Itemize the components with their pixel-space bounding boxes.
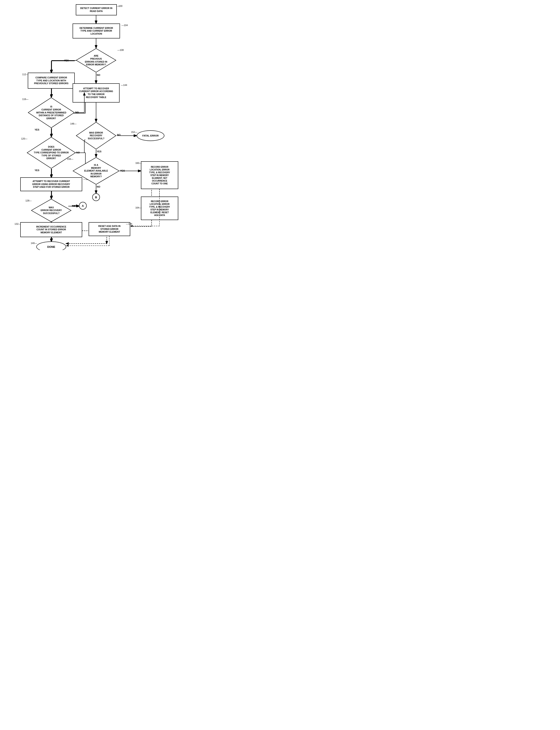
ref-164: 164— bbox=[135, 206, 142, 209]
node-116: ISCURRENT ERRORWITHIN A PREDETERMINEDDIS… bbox=[28, 97, 75, 128]
node-144: ATTEMPT TO RECOVERCURRENT ERROR ACCORDIN… bbox=[73, 83, 120, 102]
connector-a: A bbox=[79, 202, 87, 209]
ref-160: 160— bbox=[135, 162, 142, 164]
connector-b: B bbox=[92, 193, 100, 201]
label-116-no: NO bbox=[75, 111, 79, 114]
label-120-yes: YES bbox=[35, 169, 39, 171]
node-108: AREPREVIOUSERRORS STORED INERROR MEMORY? bbox=[76, 48, 116, 73]
node-160: RECORD ERRORLOCATION, ERRORTYPE, & RECOV… bbox=[141, 161, 178, 189]
ref-136: —136 bbox=[126, 223, 132, 225]
ref-144: —144 bbox=[121, 84, 127, 86]
flowchart: DETECT CURRENT ERROR IN READ DATA 100 — … bbox=[0, 0, 192, 250]
node-128: WASERROR RECOVERYSUCCESSFUL? bbox=[31, 199, 72, 222]
node-100: DETECT CURRENT ERROR IN READ DATA bbox=[76, 4, 117, 15]
ref-140: 140— bbox=[31, 242, 37, 244]
node-164: RECORD ERRORLOCATION, ERRORTYPE, & RECOV… bbox=[141, 196, 178, 220]
ref-132: 132— bbox=[15, 223, 21, 225]
ref-152: 152— bbox=[131, 131, 137, 133]
ref-108: —108 bbox=[117, 49, 124, 51]
node-156: IS AMEMORYELEMENT AVAILABLEIN ERRORMEMOR… bbox=[73, 157, 120, 185]
label-116-yes: YES bbox=[35, 128, 39, 131]
node-136: RESET AGE DATA INSTORED ERRORMEMORY ELEM… bbox=[89, 222, 130, 236]
label-156-yes: YES bbox=[120, 169, 125, 172]
label-156-no: NO bbox=[97, 185, 100, 188]
ref-116: 116— bbox=[22, 98, 28, 100]
node-112: COMPARE CURRENT ERRORTYPE AND LOCATION W… bbox=[28, 73, 75, 89]
ref-104: —104 bbox=[121, 24, 128, 26]
ref-128: 128— bbox=[25, 199, 32, 202]
node-120: DOESCURRENT ERRORTYPE CORRESPOND TO ERRO… bbox=[27, 137, 76, 169]
label-148-yes: YES bbox=[97, 150, 101, 153]
node-148: WAS ERRORRECOVERYSUCCESSFUL? bbox=[76, 122, 116, 149]
label-108-yes: YES bbox=[64, 59, 69, 62]
ref-148: 148— bbox=[70, 122, 76, 125]
ref-112: 112— bbox=[22, 73, 28, 76]
label-128-no: NO bbox=[72, 205, 76, 207]
label-120-no: NO bbox=[76, 151, 80, 154]
node-132: INCREMENT OCCURRENCECOUNT IN STORED ERRO… bbox=[20, 222, 82, 237]
node-152: FATAL ERROR bbox=[137, 130, 164, 141]
label-108-no: NO bbox=[97, 74, 100, 76]
ref-100-dash: — bbox=[117, 5, 119, 7]
node-140: DONE bbox=[36, 241, 66, 250]
label-148-no: NO bbox=[117, 133, 121, 136]
node-104: DETERMINE CURRENT ERRORTYPE AND CURRENT … bbox=[73, 23, 120, 38]
ref-120: 120— bbox=[21, 137, 27, 140]
